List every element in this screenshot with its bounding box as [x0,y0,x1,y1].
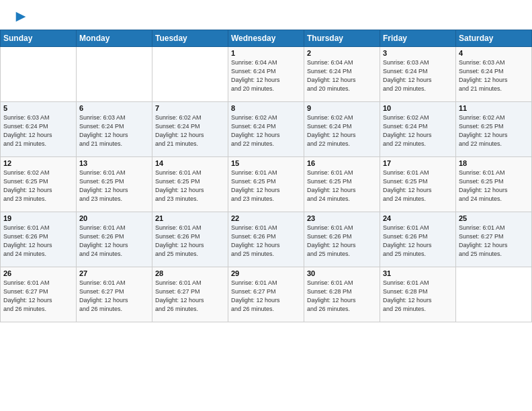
day-info: Sunrise: 6:02 AM Sunset: 6:24 PM Dayligh… [231,113,301,148]
day-info: Sunrise: 6:02 AM Sunset: 6:25 PM Dayligh… [459,113,529,148]
calendar-cell: 29Sunrise: 6:01 AM Sunset: 6:27 PM Dayli… [228,267,304,322]
day-number: 9 [307,104,377,112]
day-number: 14 [155,159,225,167]
header-friday: Friday [380,30,456,47]
day-info: Sunrise: 6:01 AM Sunset: 6:27 PM Dayligh… [3,279,73,314]
day-number: 19 [3,214,73,222]
calendar-cell: 10Sunrise: 6:02 AM Sunset: 6:24 PM Dayli… [380,102,456,157]
day-info: Sunrise: 6:01 AM Sunset: 6:25 PM Dayligh… [459,169,529,203]
day-number: 11 [459,104,529,112]
calendar-cell [77,47,152,102]
day-info: Sunrise: 6:03 AM Sunset: 6:24 PM Dayligh… [3,113,73,148]
logo [12,9,28,24]
day-number: 8 [231,104,301,112]
day-info: Sunrise: 6:02 AM Sunset: 6:24 PM Dayligh… [155,113,225,148]
day-info: Sunrise: 6:02 AM Sunset: 6:24 PM Dayligh… [307,113,377,148]
calendar-cell: 22Sunrise: 6:01 AM Sunset: 6:26 PM Dayli… [228,212,304,267]
day-number: 20 [79,214,149,222]
day-number: 3 [383,49,453,57]
day-number: 28 [155,269,225,277]
calendar-cell: 9Sunrise: 6:02 AM Sunset: 6:24 PM Daylig… [304,102,380,157]
week-row-2: 12Sunrise: 6:02 AM Sunset: 6:25 PM Dayli… [1,157,532,212]
day-number: 12 [3,159,73,167]
calendar-cell: 20Sunrise: 6:01 AM Sunset: 6:26 PM Dayli… [77,212,152,267]
header-thursday: Thursday [304,30,380,47]
day-info: Sunrise: 6:01 AM Sunset: 6:28 PM Dayligh… [383,279,453,314]
calendar-cell: 17Sunrise: 6:01 AM Sunset: 6:25 PM Dayli… [380,157,456,212]
calendar-cell: 24Sunrise: 6:01 AM Sunset: 6:26 PM Dayli… [380,212,456,267]
calendar-cell: 27Sunrise: 6:01 AM Sunset: 6:27 PM Dayli… [77,267,152,322]
day-number: 26 [3,269,73,277]
day-info: Sunrise: 6:01 AM Sunset: 6:25 PM Dayligh… [383,169,453,203]
calendar-cell: 26Sunrise: 6:01 AM Sunset: 6:27 PM Dayli… [1,267,77,322]
calendar-cell: 8Sunrise: 6:02 AM Sunset: 6:24 PM Daylig… [228,102,304,157]
calendar-cell [1,47,77,102]
calendar-cell: 6Sunrise: 6:03 AM Sunset: 6:24 PM Daylig… [77,102,152,157]
header-saturday: Saturday [456,30,532,47]
calendar-table: SundayMondayTuesdayWednesdayThursdayFrid… [0,30,532,322]
calendar-cell: 4Sunrise: 6:03 AM Sunset: 6:24 PM Daylig… [456,47,532,102]
day-number: 30 [307,269,377,277]
calendar-cell: 31Sunrise: 6:01 AM Sunset: 6:28 PM Dayli… [380,267,456,322]
day-info: Sunrise: 6:01 AM Sunset: 6:27 PM Dayligh… [459,224,529,259]
calendar-cell: 7Sunrise: 6:02 AM Sunset: 6:24 PM Daylig… [152,102,228,157]
calendar-cell [152,47,228,102]
day-info: Sunrise: 6:03 AM Sunset: 6:24 PM Dayligh… [383,58,453,93]
header-sunday: Sunday [1,30,77,47]
day-info: Sunrise: 6:01 AM Sunset: 6:25 PM Dayligh… [155,169,225,203]
calendar-cell: 25Sunrise: 6:01 AM Sunset: 6:27 PM Dayli… [456,212,532,267]
day-info: Sunrise: 6:01 AM Sunset: 6:26 PM Dayligh… [307,224,377,259]
calendar-cell: 12Sunrise: 6:02 AM Sunset: 6:25 PM Dayli… [1,157,77,212]
day-number: 13 [79,159,149,167]
day-info: Sunrise: 6:04 AM Sunset: 6:24 PM Dayligh… [307,58,377,93]
day-number: 1 [231,49,301,57]
day-info: Sunrise: 6:01 AM Sunset: 6:26 PM Dayligh… [231,224,301,259]
header-monday: Monday [77,30,152,47]
day-info: Sunrise: 6:01 AM Sunset: 6:25 PM Dayligh… [79,169,149,203]
week-row-0: 1Sunrise: 6:04 AM Sunset: 6:24 PM Daylig… [1,47,532,102]
day-number: 21 [155,214,225,222]
header-tuesday: Tuesday [152,30,228,47]
calendar-cell: 30Sunrise: 6:01 AM Sunset: 6:28 PM Dayli… [304,267,380,322]
day-number: 18 [459,159,529,167]
day-number: 5 [3,104,73,112]
header [0,0,532,30]
calendar-cell: 11Sunrise: 6:02 AM Sunset: 6:25 PM Dayli… [456,102,532,157]
day-info: Sunrise: 6:02 AM Sunset: 6:25 PM Dayligh… [3,169,73,203]
day-info: Sunrise: 6:01 AM Sunset: 6:25 PM Dayligh… [307,169,377,203]
calendar-cell: 14Sunrise: 6:01 AM Sunset: 6:25 PM Dayli… [152,157,228,212]
day-info: Sunrise: 6:01 AM Sunset: 6:28 PM Dayligh… [307,279,377,314]
day-info: Sunrise: 6:03 AM Sunset: 6:24 PM Dayligh… [79,113,149,148]
calendar-cell: 15Sunrise: 6:01 AM Sunset: 6:25 PM Dayli… [228,157,304,212]
day-number: 22 [231,214,301,222]
day-number: 31 [383,269,453,277]
day-info: Sunrise: 6:04 AM Sunset: 6:24 PM Dayligh… [231,58,301,93]
week-row-3: 19Sunrise: 6:01 AM Sunset: 6:26 PM Dayli… [1,212,532,267]
logo-icon [13,9,28,24]
calendar-header-row: SundayMondayTuesdayWednesdayThursdayFrid… [1,30,532,47]
day-info: Sunrise: 6:01 AM Sunset: 6:27 PM Dayligh… [79,279,149,314]
day-number: 7 [155,104,225,112]
day-info: Sunrise: 6:01 AM Sunset: 6:25 PM Dayligh… [231,169,301,203]
day-info: Sunrise: 6:01 AM Sunset: 6:26 PM Dayligh… [383,224,453,259]
calendar-cell: 3Sunrise: 6:03 AM Sunset: 6:24 PM Daylig… [380,47,456,102]
calendar-cell: 13Sunrise: 6:01 AM Sunset: 6:25 PM Dayli… [77,157,152,212]
header-wednesday: Wednesday [228,30,304,47]
day-info: Sunrise: 6:01 AM Sunset: 6:27 PM Dayligh… [231,279,301,314]
calendar-cell [456,267,532,322]
day-number: 27 [79,269,149,277]
day-info: Sunrise: 6:01 AM Sunset: 6:26 PM Dayligh… [79,224,149,259]
logo-area [12,9,28,24]
day-number: 10 [383,104,453,112]
day-info: Sunrise: 6:02 AM Sunset: 6:24 PM Dayligh… [383,113,453,148]
day-number: 23 [307,214,377,222]
calendar-cell: 28Sunrise: 6:01 AM Sunset: 6:27 PM Dayli… [152,267,228,322]
day-number: 25 [459,214,529,222]
day-number: 29 [231,269,301,277]
day-number: 15 [231,159,301,167]
day-number: 17 [383,159,453,167]
day-info: Sunrise: 6:01 AM Sunset: 6:26 PM Dayligh… [3,224,73,259]
calendar-cell: 5Sunrise: 6:03 AM Sunset: 6:24 PM Daylig… [1,102,77,157]
calendar-cell: 18Sunrise: 6:01 AM Sunset: 6:25 PM Dayli… [456,157,532,212]
calendar-cell: 19Sunrise: 6:01 AM Sunset: 6:26 PM Dayli… [1,212,77,267]
